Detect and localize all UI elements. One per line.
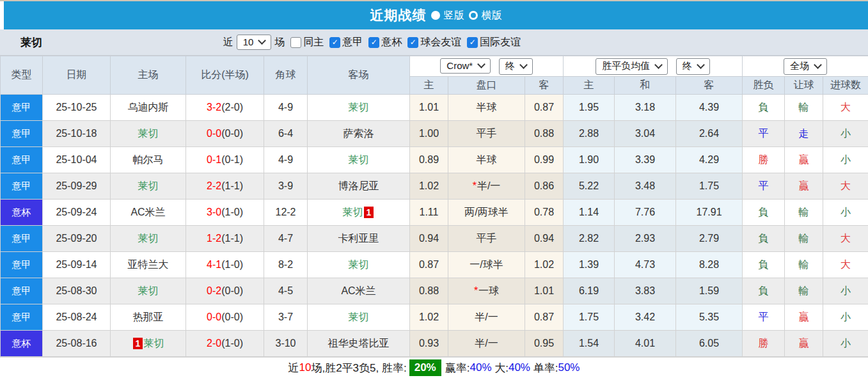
match-date: 25-10-18	[43, 121, 111, 147]
ah-away-odds: 0.99	[525, 147, 564, 173]
match-date: 25-10-25	[43, 95, 111, 121]
match-date: 25-08-24	[43, 304, 111, 331]
home-team-cell: 莱切	[111, 121, 186, 147]
half-time-score: (1-0)	[221, 207, 243, 217]
euro-away-odds: 17.91	[676, 200, 743, 226]
corner-cell: 3-10	[264, 331, 308, 357]
footer-single-label: 单率:	[530, 361, 558, 375]
league-checkbox[interactable]	[467, 37, 478, 48]
chevron-down-icon	[258, 36, 266, 45]
half-time-score: (0-1)	[221, 154, 243, 165]
away-team-name: 莱切	[349, 311, 369, 322]
league-checkbox[interactable]	[368, 37, 379, 48]
euro-away-odds: 1.75	[676, 173, 743, 200]
score-cell: 0-1(0-1)	[186, 147, 264, 173]
win-rate-badge: 20%	[409, 359, 441, 376]
favorite-star-mark: *	[474, 285, 478, 296]
home-team-name: 帕尔马	[133, 154, 164, 165]
layout-radio-horizontal[interactable]: 横版	[469, 9, 502, 22]
match-date: 25-09-14	[43, 252, 111, 278]
footer-win-value: 40%	[470, 361, 491, 374]
home-team-cell: 乌迪内斯	[111, 95, 186, 121]
col-header-ah-line: 盘口	[448, 77, 525, 95]
chevron-down-icon	[654, 61, 663, 69]
ah-away-odds: 1.01	[525, 278, 564, 304]
match-row: 意甲25-09-20莱切1-2(1-1)4-7卡利亚里0.94平手0.942.8…	[1, 226, 868, 252]
odds-period-select[interactable]: 终	[676, 58, 710, 75]
filter-bar: 莱切 近 10 场 同主 意甲意杯球会友谊国际友谊	[0, 29, 868, 56]
euro-home-odds: 1.54	[564, 331, 615, 357]
ah-away-odds: 0.87	[525, 304, 564, 331]
result-cell: 平	[743, 121, 785, 147]
league-checkbox[interactable]	[407, 37, 418, 48]
red-card-badge: 1	[133, 338, 143, 349]
ah-away-odds: 0.95	[525, 331, 564, 357]
bookmaker-select[interactable]: Crow*	[440, 58, 491, 74]
score-cell: 2-2(1-1)	[186, 173, 264, 200]
match-type-badge: 意杯	[1, 200, 43, 226]
home-team-name: 莱切	[138, 233, 159, 244]
match-date: 25-09-29	[43, 173, 111, 200]
result-cell: 負	[743, 278, 785, 304]
corner-cell: 3-9	[264, 173, 308, 200]
home-team-cell: 莱切	[111, 226, 186, 252]
away-team-cell: 莱切	[308, 147, 410, 173]
handicap-result-cell: 走	[785, 121, 823, 147]
full-time-score: 2-2	[207, 180, 221, 191]
radio-unchecked-icon[interactable]	[469, 11, 478, 20]
match-type-badge: 意甲	[1, 278, 43, 304]
match-date: 25-09-20	[43, 226, 111, 252]
chevron-down-icon	[519, 61, 528, 69]
goals-result-cell: 大	[823, 95, 868, 121]
result-cell: 平	[743, 173, 785, 200]
ah-home-odds: 1.00	[410, 121, 448, 147]
euro-draw-odds: 3.04	[615, 121, 676, 147]
scope-select[interactable]: 全场	[784, 58, 827, 75]
away-team-cell: 祖华史塔比亚	[308, 331, 410, 357]
bookmaker-period-select[interactable]: 终	[499, 58, 533, 75]
near-label: 近	[223, 36, 233, 49]
footer-games-count: 10	[299, 361, 312, 374]
handicap-result-cell: 輸	[785, 200, 823, 226]
home-team-name: 莱切	[138, 128, 159, 139]
ah-line: 一/球半	[448, 252, 525, 278]
score-cell: 2-0(1-0)	[186, 331, 264, 357]
radio-checked-icon[interactable]	[431, 11, 440, 20]
half-time-score: (1-1)	[221, 233, 243, 244]
layout-radio-vertical[interactable]: 竖版	[431, 9, 464, 22]
league-checkbox[interactable]	[329, 37, 340, 48]
summary-footer: 近10场,胜2平3负5, 胜率:20%赢率:40% 大:40% 单率:50%	[0, 357, 868, 378]
goals-result-cell: 小	[823, 304, 868, 331]
match-row: 意甲25-10-18莱切0-0(0-0)6-4萨索洛1.00平手0.882.88…	[1, 121, 868, 147]
score-cell: 3-2(2-0)	[186, 95, 264, 121]
away-team-name: 莱切	[349, 154, 369, 165]
ah-line: 半/一	[448, 331, 525, 357]
euro-draw-odds: 4.73	[615, 252, 676, 278]
league-filter-group: 意甲意杯球会友谊国际友谊	[324, 36, 521, 49]
away-team-cell: 莱切	[308, 304, 410, 331]
away-team-cell: AC米兰	[308, 278, 410, 304]
league-checkbox-label: 意杯	[381, 36, 402, 49]
euro-away-odds: 4.39	[676, 95, 743, 121]
chevron-down-icon	[477, 60, 485, 68]
half-time-score: (2-0)	[221, 102, 243, 113]
ah-home-odds: 1.02	[410, 304, 448, 331]
handicap-result-cell: 輸	[785, 278, 823, 304]
ah-away-odds: 0.94	[525, 226, 564, 252]
euro-home-odds: 1.39	[564, 252, 615, 278]
ah-home-odds: 0.94	[410, 226, 448, 252]
col-header-away: 客场	[308, 56, 410, 95]
half-time-score: (0-0)	[221, 311, 243, 322]
home-team-name: 乌迪内斯	[128, 102, 169, 113]
col-header-home: 主场	[111, 56, 186, 95]
euro-draw-odds: 3.18	[615, 95, 676, 121]
rounds-select[interactable]: 10	[237, 35, 272, 50]
match-row: 意甲25-08-24热那亚0-0(0-0)3-7莱切1.02半/一0.871.7…	[1, 304, 868, 331]
page-title: 近期战绩	[370, 6, 427, 24]
match-date: 25-08-16	[43, 331, 111, 357]
match-type-badge: 意甲	[1, 95, 43, 121]
ah-home-odds: 1.02	[410, 173, 448, 200]
same-home-checkbox[interactable]	[290, 37, 301, 48]
odds-view-select[interactable]: 胜平负均值	[596, 58, 668, 75]
half-time-score: (1-1)	[221, 180, 243, 191]
